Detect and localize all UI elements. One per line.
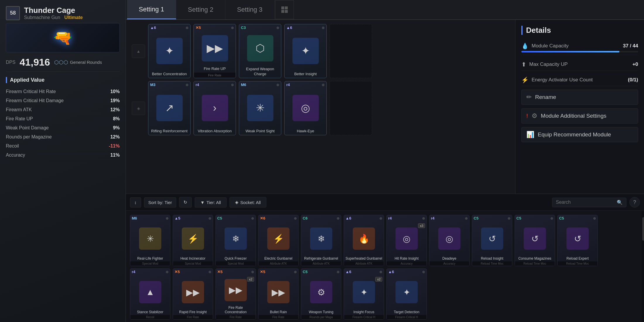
tabs-row: Setting 1Setting 2Setting 3 [126,0,644,20]
inv-module-name: Hit Rate Insight [393,256,420,261]
inv-module-icon: ⚙ [310,281,332,303]
module-count-badge: x2 [247,277,254,282]
stat-value: 12% [110,107,120,112]
inventory-section: ↕ Sort by: Tier ↻ ▼ Tier: All ◈ Socket: … [126,193,644,322]
module-card[interactable]: r4⊕›Vibration Absorption [193,81,236,135]
sort-icon-btn[interactable]: ↕ [130,197,141,208]
stat-value: 10% [110,89,120,94]
applied-value-title: Applied Value [6,77,120,83]
inv-module-tier: ▲6 [345,270,351,274]
search-input[interactable] [556,200,614,205]
inventory-module-card[interactable]: r4⊕◎DeadeyeAccuracy [429,215,470,266]
stat-row: Firearm Critical Hit Rate10% [6,87,120,96]
rename-button[interactable]: ✏ Rename [521,90,638,105]
energy-activator-label: Energy Activator Use Count [532,77,593,83]
inventory-module-card[interactable]: ▲6⊕🔥Superheated GunbarrelAttribute ATK [344,215,384,266]
tab-setting-1[interactable]: Setting 1 [127,0,176,19]
inv-module-tier: C5 [516,216,521,220]
inventory-module-card[interactable]: r4⊕▲Stance StabilizerRecoil [130,268,170,320]
inv-module-name: Rapid Fire Insight [178,309,208,315]
empty-module-slot[interactable] [330,81,372,135]
module-additional-settings-button[interactable]: ! ⚙ Module Additional Settings [521,108,638,124]
inventory-module-card[interactable]: C5⊕↺Reload ExpertReload Time Moc [557,215,598,266]
inventory-grid: M6⊕✳Real-Life FighterSpecial Mod▲5⊕⚡Heat… [126,211,642,322]
inv-module-socket: ⊕ [208,216,211,220]
inv-module-name: Reload Insight [479,256,505,261]
socket-filter-button[interactable]: ◈ Socket: All [229,197,266,208]
inv-module-socket: ⊕ [208,270,211,274]
inv-module-subtype: Firearm Critical H [387,315,427,319]
module-name: Better Insight [292,71,318,78]
max-capacity-row: ⬆ Max Capacity UP +0 [521,59,638,71]
inv-module-name: Real-Life Fighter [136,256,165,261]
inventory-module-card[interactable]: C5⊕↺Consume MagazinesReload Time Moc [515,215,555,266]
inventory-module-card[interactable]: C6⊕❄Refrigerate GunbarrelAttribute ATK [301,215,341,266]
inventory-module-card[interactable]: ▲5⊕⚡Heat IncineratorSpecial Mod [173,215,213,266]
inv-module-name: Superheated Gunbarrel [344,256,383,261]
rename-icon: ✏ [526,93,532,101]
add-tab-button[interactable] [275,0,294,19]
module-subtype: Fire Rate [194,73,236,78]
inventory-module-card[interactable]: ✕5⊕▶▶Fire Rate ConcentrationFire Ratex2 [215,268,256,320]
inventory-module-card[interactable]: C5⊕⚙Weapon TuningRounds per Maga [301,268,341,320]
inv-module-socket: ⊕ [251,216,254,220]
module-card-top: ▲6⊕ [148,24,190,31]
inv-module-subtype: Attribute ATK [258,261,298,266]
module-icon: ✦ [156,38,183,64]
module-card[interactable]: r4⊕◎Hawk-Eye [284,81,327,135]
inventory-module-card[interactable]: ✕5⊕▶▶Bullet RainFire Rate [258,268,299,320]
tier-filter-button[interactable]: ▼ Tier: All [195,197,226,208]
module-tier: M6 [241,83,246,87]
stat-name: Firearm ATK [6,107,32,112]
help-button[interactable]: ? [629,197,640,208]
inv-module-subtype: Special Mod [130,261,170,266]
module-card[interactable]: M3⊕↗Rifling Reinforcement [148,81,191,135]
inventory-module-card[interactable]: C5⊕↺Reload InsightReload Time Moc [472,215,512,266]
stat-row: Accuracy11% [6,151,120,160]
module-card[interactable]: ▲6⊕✦Better Insight [284,24,327,78]
module-icon: › [202,95,228,121]
module-socket: ⊕ [186,83,189,87]
inv-module-tier: C5 [559,216,564,220]
module-card[interactable]: ▲6⊕✦Better Concentration [148,24,191,78]
inventory-module-card[interactable]: C5⊕❄Quick FreezerSpecial Mod [215,215,256,266]
empty-module-slot[interactable] [330,24,372,78]
module-tier: ▲6 [286,25,292,30]
inv-module-icon: ↺ [524,227,546,250]
scrollbar[interactable] [642,211,644,322]
capacity-progress-bar [521,51,638,52]
module-card-top: ✕5⊕ [194,24,236,31]
sort-by-tier-button[interactable]: Sort by: Tier [144,197,177,208]
module-card[interactable]: C3⊕⬡Expand Weapon Charge [239,24,281,78]
inv-module-tier: ✕5 [174,270,180,274]
slot-indicator: ▲ [132,44,145,58]
inventory-module-card[interactable]: ▲6⊕✦Target DetectionFirearm Critical H [386,268,427,320]
inventory-module-card[interactable]: ▲6⊕✦Insight FocusFirearm Critical Hx2 [344,268,384,320]
inv-module-subtype: Special Mod [173,261,213,266]
tier-filter-label: Tier: All [206,200,221,205]
inv-module-subtype: Attribute ATK [301,261,341,266]
module-card[interactable]: ✕5⊕▶▶Fire Rate UPFire Rate [193,24,236,78]
inventory-module-card[interactable]: ✕6⊕⚡Electric GunbarrelAttribute ATK [258,215,299,266]
module-socket: ⊕ [276,83,279,87]
inv-module-subtype: Reload Time Moc [558,261,597,266]
equip-recommended-button[interactable]: 📊 Equip Recommended Module [521,127,638,142]
module-name: Fire Rate UP [202,65,227,73]
module-card[interactable]: M6⊕✳Weak Point Sight [239,81,281,135]
module-card-top: M6⊕ [239,81,281,88]
tab-setting-2[interactable]: Setting 2 [176,0,225,19]
refresh-button[interactable]: ↻ [179,197,192,208]
tab-setting-3[interactable]: Setting 3 [225,0,275,19]
inv-module-tier: ✕5 [217,270,222,274]
details-title: Details [521,26,638,35]
module-socket: ⊕ [322,83,325,87]
inv-module-icon: ❄ [310,227,332,250]
search-box[interactable]: 🔍 [552,198,626,207]
inv-module-name: Deadeye [441,256,458,261]
inv-module-tier: r4 [132,270,135,274]
inventory-module-card[interactable]: M6⊕✳Real-Life FighterSpecial Mod [130,215,170,266]
inv-module-name: Stance Stabilizer [136,309,165,315]
inventory-module-card[interactable]: ✕5⊕▶▶Rapid Fire InsightFire Rate [173,268,213,320]
stat-row: Recoil-11% [6,142,120,151]
inventory-module-card[interactable]: r4⊕◎Hit Rate InsightAccuracyx3 [386,215,427,266]
